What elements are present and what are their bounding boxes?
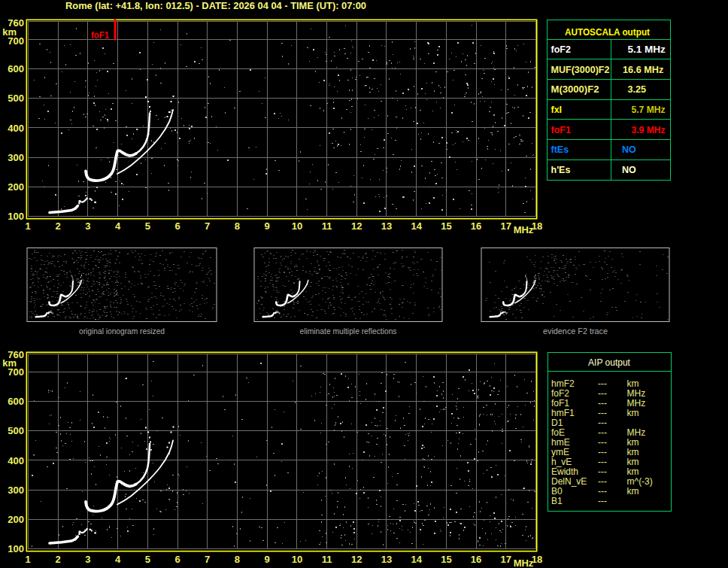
svg-text:12: 12 [351, 220, 362, 232]
svg-text:foF2: foF2 [551, 44, 571, 55]
svg-text:4: 4 [115, 220, 121, 232]
svg-text:D1: D1 [551, 418, 563, 428]
svg-text:8: 8 [235, 554, 240, 565]
svg-text:13: 13 [381, 220, 392, 232]
svg-text:NO: NO [622, 144, 636, 155]
svg-text:3.25: 3.25 [628, 84, 647, 95]
svg-text:500: 500 [8, 425, 24, 436]
svg-text:km: km [627, 408, 639, 418]
svg-text:700: 700 [8, 35, 24, 47]
svg-text:MHz: MHz [627, 388, 646, 399]
svg-text:fxI: fxI [551, 105, 563, 115]
svg-text:km: km [627, 447, 639, 457]
svg-text:h_vE: h_vE [551, 457, 572, 467]
svg-text:100: 100 [8, 211, 24, 222]
svg-text:foF1: foF1 [91, 29, 109, 41]
svg-text:700: 700 [8, 366, 24, 378]
svg-text:100: 100 [8, 543, 24, 554]
svg-text:km: km [627, 457, 639, 467]
svg-text:14: 14 [411, 220, 422, 232]
svg-text:5: 5 [145, 220, 150, 232]
svg-text:MHz: MHz [514, 224, 534, 235]
svg-text:10: 10 [292, 220, 302, 232]
svg-text:10: 10 [292, 554, 302, 565]
svg-text:300: 300 [8, 152, 24, 163]
svg-text:15: 15 [441, 554, 451, 565]
svg-text:3.9 MHz: 3.9 MHz [632, 125, 666, 135]
svg-text:ftEs: ftEs [551, 144, 569, 155]
svg-text:foE: foE [551, 427, 565, 438]
svg-text:m^(-3): m^(-3) [627, 476, 653, 487]
svg-text:400: 400 [8, 123, 24, 134]
svg-text:3: 3 [85, 554, 90, 565]
svg-text:---: --- [598, 496, 607, 506]
svg-text:km: km [627, 437, 639, 448]
svg-text:foF2: foF2 [551, 388, 569, 399]
svg-text:14: 14 [411, 554, 422, 565]
svg-text:foF1: foF1 [551, 398, 569, 409]
svg-text:eliminate multiple reflections: eliminate multiple reflections [300, 327, 397, 336]
svg-text:9: 9 [264, 554, 269, 565]
svg-text:---: --- [598, 457, 607, 467]
svg-text:13: 13 [381, 554, 392, 565]
svg-text:B1: B1 [551, 496, 563, 506]
svg-text:AIP output: AIP output [588, 357, 630, 368]
svg-text:km: km [627, 466, 639, 477]
svg-text:hmE: hmE [551, 437, 570, 448]
svg-text:Ewidth: Ewidth [551, 466, 578, 477]
svg-text:foF1: foF1 [551, 125, 571, 135]
svg-text:DelN_vE: DelN_vE [551, 476, 587, 487]
svg-text:evidence F2 trace: evidence F2 trace [543, 327, 608, 336]
svg-text:15: 15 [441, 220, 451, 232]
svg-text:---: --- [598, 418, 607, 428]
svg-text:hmF2: hmF2 [551, 378, 575, 389]
svg-text:B0: B0 [551, 486, 563, 497]
svg-text:6: 6 [174, 220, 180, 232]
svg-text:---: --- [598, 476, 607, 487]
svg-text:5: 5 [145, 554, 150, 565]
svg-text:original ionogram resized: original ionogram resized [79, 327, 165, 336]
svg-text:ymE: ymE [551, 447, 569, 457]
svg-text:2: 2 [56, 554, 61, 565]
svg-text:17: 17 [501, 220, 511, 232]
svg-text:16: 16 [471, 220, 481, 232]
svg-text:MHz: MHz [514, 557, 534, 568]
svg-text:---: --- [598, 486, 607, 497]
svg-text:500: 500 [8, 93, 24, 104]
svg-text:200: 200 [8, 514, 24, 525]
svg-text:MHz: MHz [627, 427, 646, 438]
svg-text:MHz: MHz [627, 398, 646, 409]
svg-text:hmF1: hmF1 [551, 408, 575, 418]
svg-text:17: 17 [501, 554, 511, 565]
svg-text:11: 11 [322, 554, 332, 565]
svg-text:NO: NO [622, 165, 636, 175]
svg-text:16.6 MHz: 16.6 MHz [623, 65, 663, 75]
svg-text:km: km [627, 378, 639, 389]
svg-text:5.1 MHz: 5.1 MHz [628, 44, 666, 55]
svg-text:h'Es: h'Es [551, 165, 571, 175]
svg-text:600: 600 [8, 63, 24, 74]
svg-text:2: 2 [56, 220, 61, 232]
svg-text:300: 300 [8, 484, 24, 496]
svg-text:---: --- [598, 408, 607, 418]
svg-text:12: 12 [351, 554, 362, 565]
svg-text:600: 600 [8, 396, 24, 407]
svg-text:7: 7 [205, 554, 210, 565]
svg-text:---: --- [598, 398, 607, 409]
svg-text:M(3000)F2: M(3000)F2 [551, 84, 599, 95]
svg-text:---: --- [598, 466, 607, 477]
svg-text:9: 9 [264, 220, 269, 232]
svg-text:400: 400 [8, 455, 24, 466]
svg-text:Rome (lat: +41.8, lon: 012.5): Rome (lat: +41.8, lon: 012.5) - DATE: 20… [65, 0, 366, 11]
svg-text:1: 1 [25, 220, 30, 232]
svg-text:km: km [627, 486, 639, 497]
svg-text:7: 7 [205, 220, 210, 232]
svg-text:---: --- [598, 388, 607, 399]
svg-text:---: --- [598, 427, 607, 438]
svg-text:---: --- [598, 447, 607, 457]
svg-text:---: --- [598, 437, 607, 448]
svg-text:AUTOSCALA output: AUTOSCALA output [565, 26, 651, 38]
svg-text:1: 1 [25, 554, 30, 565]
svg-text:11: 11 [322, 220, 332, 232]
svg-text:3: 3 [85, 220, 90, 232]
